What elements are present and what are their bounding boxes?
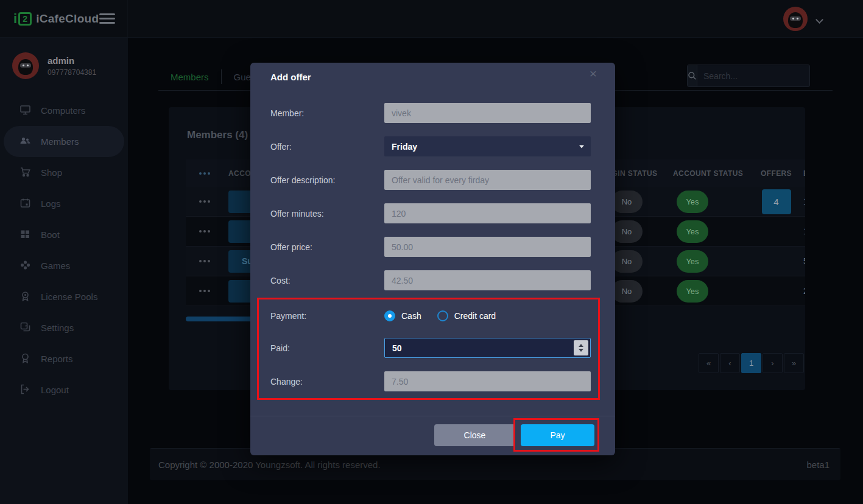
change-label: Change:: [270, 377, 303, 387]
modal-footer-divider: [250, 416, 615, 416]
radio-selected-icon[interactable]: [384, 310, 395, 321]
pagination-next[interactable]: ›: [763, 353, 783, 373]
minutes-input: [384, 203, 591, 223]
description-input: [384, 170, 591, 190]
price-label: Offer price:: [270, 242, 312, 252]
row-actions-icon[interactable]: [199, 230, 210, 233]
sidebar-item-games[interactable]: Games: [4, 250, 124, 281]
pagination-page-1[interactable]: 1: [741, 353, 761, 373]
sidebar-item-settings[interactable]: Settings: [4, 312, 124, 343]
minutes-field-row: Offer minutes:: [250, 203, 615, 223]
row-actions-icon[interactable]: [199, 260, 210, 262]
close-icon[interactable]: ×: [586, 66, 601, 81]
add-offer-modal: Add offer × Member: Offer: Friday Offer …: [250, 63, 615, 455]
logo-2-glyph: 2: [18, 12, 32, 26]
tab-members[interactable]: Members: [158, 72, 221, 82]
clipped-cell: 1: [803, 197, 805, 206]
sidebar: admin 097778704381 Computers Members Sho…: [0, 38, 128, 504]
login-status-badge: No: [611, 220, 643, 243]
members-icon: [19, 135, 31, 149]
hamburger-menu-icon[interactable]: [99, 13, 115, 24]
member-input: [384, 103, 591, 123]
header-offers: OFFERS: [750, 169, 802, 178]
cost-input: [384, 270, 591, 290]
offer-field-row: Offer: Friday: [250, 136, 615, 156]
radio-credit-card[interactable]: Credit card: [437, 310, 496, 321]
number-stepper[interactable]: [574, 340, 588, 355]
pagination-first[interactable]: «: [699, 353, 719, 373]
search-box: [687, 65, 810, 87]
clipped-cell: 2: [803, 286, 805, 296]
user-avatar[interactable]: [783, 7, 808, 31]
header-clipped: B: [802, 169, 805, 178]
price-field-row: Offer price:: [250, 237, 615, 257]
price-input: [384, 237, 591, 257]
logo-i-glyph: i: [13, 11, 17, 27]
more-dots-icon: [199, 172, 210, 175]
sidebar-item-license-pools[interactable]: License Pools: [4, 281, 124, 312]
cart-icon: [19, 166, 31, 180]
sidebar-item-shop[interactable]: Shop: [4, 157, 124, 188]
cost-label: Cost:: [270, 276, 291, 285]
row-actions-icon[interactable]: [199, 200, 210, 203]
login-status-badge: No: [611, 191, 643, 213]
sidebar-item-logs[interactable]: Logs: [4, 188, 124, 219]
pagination-last[interactable]: »: [784, 353, 804, 373]
sidebar-item-computers[interactable]: Computers: [4, 95, 124, 126]
stepper-down-icon[interactable]: [579, 349, 583, 352]
sidebar-item-logout[interactable]: Logout: [4, 374, 124, 405]
offer-selected-value: Friday: [392, 142, 417, 152]
sidebar-item-reports[interactable]: Reports: [4, 343, 124, 374]
sidebar-item-boot[interactable]: Boot: [4, 219, 124, 250]
login-status-badge: No: [611, 250, 643, 273]
sidebar-menu: Computers Members Shop Logs Boot Games L…: [0, 95, 128, 405]
ninja-avatar-icon: [18, 59, 33, 75]
login-status-badge: No: [611, 280, 643, 303]
cost-field-row: Cost:: [250, 270, 615, 290]
description-label: Offer description:: [270, 175, 335, 185]
payment-field-row: Payment: Cash Credit card: [250, 306, 615, 326]
brand-name: iCafeCloud: [36, 12, 99, 26]
minutes-label: Offer minutes:: [270, 209, 324, 219]
search-icon[interactable]: [688, 65, 697, 86]
offers-count-badge[interactable]: 4: [762, 189, 791, 214]
header-account-status: ACCOUNT STATUS: [668, 169, 750, 178]
account-status-badge: Yes: [677, 250, 708, 273]
modal-title: Add offer: [270, 72, 311, 82]
paid-input[interactable]: [384, 338, 591, 358]
profile-name: admin: [48, 55, 96, 66]
icafecloud-logo[interactable]: i 2 iCafeCloud: [13, 11, 99, 27]
radio-unselected-icon[interactable]: [437, 310, 448, 321]
account-status-badge: Yes: [677, 220, 708, 243]
offer-select[interactable]: Friday: [384, 136, 591, 156]
version-label: beta1: [806, 460, 830, 470]
calendar-icon: [19, 197, 31, 211]
clipped-cell: 5: [803, 256, 805, 266]
monitor-icon: [19, 104, 31, 117]
member-field-row: Member:: [250, 103, 615, 123]
pay-button[interactable]: Pay: [521, 424, 594, 446]
radio-cash[interactable]: Cash: [384, 310, 421, 321]
payment-label: Payment:: [270, 311, 306, 321]
windows-icon: [19, 228, 31, 242]
search-input[interactable]: [697, 65, 810, 86]
clipped-cell: 1: [803, 226, 805, 236]
account-status-badge: Yes: [677, 280, 708, 303]
stepper-up-icon[interactable]: [579, 344, 583, 347]
sidebar-item-members[interactable]: Members: [4, 126, 124, 157]
brand-zone: i 2 iCafeCloud: [0, 0, 128, 37]
ninja-avatar-icon: [788, 12, 803, 28]
row-actions-icon[interactable]: [199, 290, 210, 292]
paid-label: Paid:: [270, 343, 290, 353]
member-label: Member:: [270, 108, 304, 118]
avatar: [12, 52, 39, 79]
pagination: « ‹ 1 › »: [699, 353, 804, 373]
copyright-text: Copyright © 2000-2020 Youngzsoft. All ri…: [158, 460, 381, 470]
paid-field-row: Paid:: [250, 338, 615, 358]
select-caret-icon: [579, 145, 584, 148]
close-button[interactable]: Close: [434, 424, 515, 446]
members-panel-title: Members (4): [187, 129, 248, 141]
pagination-prev[interactable]: ‹: [720, 353, 740, 373]
change-input: [384, 371, 591, 391]
account-status-badge: Yes: [677, 191, 708, 213]
